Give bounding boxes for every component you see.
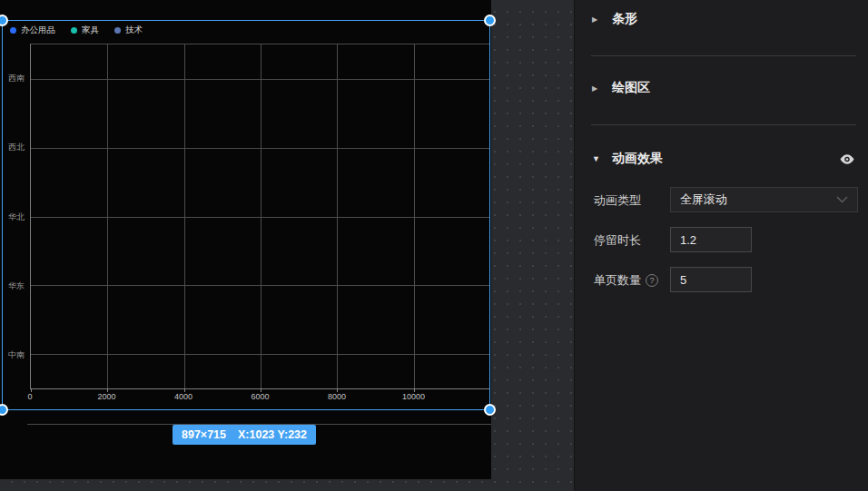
section-header-bar[interactable]: ▶ 条形 <box>592 11 637 27</box>
animation-type-label: 动画类型 <box>594 192 641 209</box>
page-count-input[interactable] <box>670 267 752 292</box>
section-divider <box>591 124 856 125</box>
resize-handle-bottom-left[interactable] <box>0 404 8 416</box>
collapse-arrow-icon: ▶ <box>592 84 601 93</box>
chevron-down-icon <box>836 196 848 203</box>
resize-handle-top-right[interactable] <box>484 15 496 26</box>
properties-panel: ▶ 条形 ▶ 绘图区 ▼ 动画效果 动画类型 全屏滚动 停留时长 <box>574 0 868 491</box>
field-label-text: 动画类型 <box>594 192 641 209</box>
collapse-arrow-icon: ▶ <box>592 15 601 24</box>
section-label-plot-area: 绘图区 <box>612 80 650 96</box>
section-header-plot-area[interactable]: ▶ 绘图区 <box>592 80 650 96</box>
help-icon[interactable]: ? <box>646 274 658 287</box>
dwell-duration-label: 停留时长 <box>594 232 641 249</box>
field-label-text: 单页数量 <box>594 272 641 289</box>
dwell-duration-input[interactable] <box>670 227 752 252</box>
field-label-text: 停留时长 <box>594 232 641 249</box>
selection-position-label: X:1023 Y:232 <box>238 428 307 441</box>
size-position-tooltip: 897×715 X:1023 Y:232 <box>173 425 316 445</box>
expand-arrow-icon: ▼ <box>592 154 601 163</box>
resize-handle-bottom-right[interactable] <box>484 404 496 416</box>
report-page: 办公用品家具技术 西南西北华北华东中南 02000400060008000100… <box>0 0 491 479</box>
section-label-bar: 条形 <box>612 11 637 27</box>
section-label-animation: 动画效果 <box>612 151 663 167</box>
section-header-animation[interactable]: ▼ 动画效果 <box>592 151 663 167</box>
app-root: 办公用品家具技术 西南西北华北华东中南 02000400060008000100… <box>0 0 868 491</box>
section-divider <box>591 55 856 56</box>
page-count-label: 单页数量 ? <box>594 272 658 289</box>
select-value: 全屏滚动 <box>680 191 727 208</box>
editor-canvas[interactable]: 办公用品家具技术 西南西北华北华东中南 02000400060008000100… <box>0 0 574 491</box>
selection-size-label: 897×715 <box>182 428 226 441</box>
eye-icon[interactable] <box>839 153 855 165</box>
animation-type-select[interactable]: 全屏滚动 <box>670 187 858 212</box>
selection-box[interactable] <box>2 20 490 410</box>
resize-handle-top-left[interactable] <box>0 15 8 26</box>
